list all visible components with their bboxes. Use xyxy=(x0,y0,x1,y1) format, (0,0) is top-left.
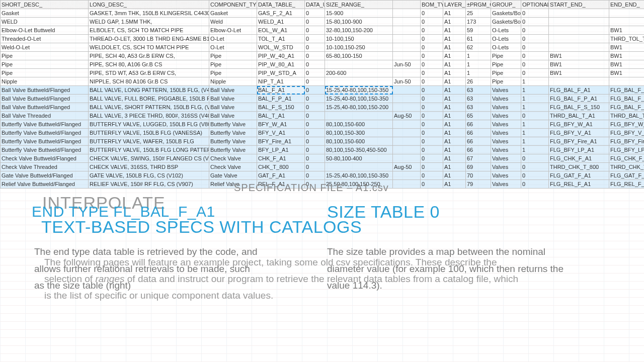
table-cell[interactable]: A1 xyxy=(443,9,466,18)
table-cell[interactable]: A1 xyxy=(443,112,466,120)
table-cell[interactable] xyxy=(393,180,421,189)
table-cell[interactable]: 80,100,150-350,450-500 xyxy=(325,146,393,154)
table-cell[interactable]: 1 xyxy=(521,137,549,146)
table-cell[interactable]: FLG_GAT_F_A1 xyxy=(549,171,609,180)
table-cell[interactable]: Ball Valve Buttweld/Flanged xyxy=(1,86,89,95)
table-cell[interactable]: O-Lets xyxy=(491,43,521,52)
table-cell[interactable]: FLG_BFY_W_A1 xyxy=(549,120,609,129)
table-cell[interactable]: 63 xyxy=(466,103,491,112)
column-header[interactable]: END_END_ xyxy=(609,1,645,9)
table-cell[interactable]: 0 xyxy=(305,77,325,86)
table-cell[interactable]: BAL_F_A1 xyxy=(257,86,305,95)
table-cell[interactable]: 80,100,150-300 xyxy=(325,129,393,137)
table-cell[interactable]: 0 xyxy=(521,69,549,77)
table-cell[interactable]: Pipe xyxy=(491,69,521,77)
table-cell[interactable]: A1 xyxy=(443,137,466,146)
table-cell[interactable]: 0 xyxy=(421,9,443,18)
table-cell[interactable]: Pipe xyxy=(209,52,257,60)
table-cell[interactable]: 0 xyxy=(305,9,325,18)
table-cell[interactable] xyxy=(393,171,421,180)
table-cell[interactable]: Elbow-O-Let Buttweld xyxy=(1,26,89,35)
table-cell[interactable]: A1 xyxy=(443,43,466,52)
table-cell[interactable]: 1 xyxy=(521,120,549,129)
table-cell[interactable]: FLG_BAL_F_S_150 xyxy=(549,103,609,112)
table-cell[interactable]: 63 xyxy=(466,95,491,103)
table-cell[interactable]: Gasket xyxy=(1,9,89,18)
table-cell[interactable]: 1 xyxy=(466,60,491,69)
table-cell[interactable]: 0 xyxy=(305,146,325,154)
table-cell[interactable]: 0 xyxy=(421,112,443,120)
table-cell[interactable]: GAS_F_2_A1 xyxy=(257,9,305,18)
table-cell[interactable]: FLG_CHK_F_A1 xyxy=(549,154,609,163)
table-cell[interactable]: 10-100,150 xyxy=(325,35,393,43)
table-cell[interactable] xyxy=(393,18,421,26)
table-cell[interactable]: A1 xyxy=(443,95,466,103)
table-row[interactable]: Check Valve ThreadedCHECK VALVE, 316SS, … xyxy=(1,163,645,171)
table-cell[interactable]: 0 xyxy=(521,35,549,43)
table-cell[interactable]: FLG_BFY_V_A1 xyxy=(609,129,645,137)
table-cell[interactable]: 26 xyxy=(466,77,491,86)
table-cell[interactable]: 0 xyxy=(305,112,325,120)
table-cell[interactable]: Gate Valve Buttweld/Flanged xyxy=(1,171,89,180)
table-cell[interactable] xyxy=(609,9,645,18)
table-cell[interactable]: 0 xyxy=(421,26,443,35)
table-cell[interactable] xyxy=(609,77,645,86)
table-cell[interactable]: Gaskets/Bo xyxy=(491,9,521,18)
table-cell[interactable]: 0 xyxy=(421,129,443,137)
table-cell[interactable]: 0 xyxy=(305,137,325,146)
table-cell[interactable]: Ball Valve xyxy=(209,95,257,103)
table-cell[interactable]: A1 xyxy=(443,60,466,69)
table-cell[interactable]: Valves xyxy=(491,129,521,137)
table-cell[interactable]: 0 xyxy=(305,43,325,52)
table-cell[interactable]: A1 xyxy=(443,171,466,180)
table-row[interactable]: Gate Valve Buttweld/FlangedGATE VALVE, 1… xyxy=(1,171,645,180)
table-row[interactable]: Ball Valve Buttweld/FlangedBALL VALVE, F… xyxy=(1,95,645,103)
table-cell[interactable]: FLG_CHK_F_A1 xyxy=(609,154,645,163)
table-cell[interactable]: FLG_BAL_F_P_A1 xyxy=(549,95,609,103)
table-cell[interactable]: ELBOLET, CS, SCH TO MATCH PIPE xyxy=(89,26,209,35)
table-cell[interactable]: O-Lets xyxy=(491,35,521,43)
table-cell[interactable]: Butterfly Valve Buttweld/Flanged xyxy=(1,137,89,146)
table-row[interactable]: NippleNIPPLE, SCH 80 A106 Gr.B CSNippleN… xyxy=(1,77,645,86)
table-cell[interactable]: CHK_T_800 xyxy=(257,163,305,171)
table-cell[interactable]: 0 xyxy=(305,129,325,137)
table-cell[interactable]: PIPE, SCH 80, A106 Gr.B CS xyxy=(89,60,209,69)
table-cell[interactable]: 0 xyxy=(421,52,443,60)
table-cell[interactable]: THRD_BAL_T_A1 xyxy=(549,112,609,120)
table-cell[interactable]: FLG_GAT_F_A1 xyxy=(609,171,645,180)
table-cell[interactable] xyxy=(325,112,393,120)
table-cell[interactable]: BW1 xyxy=(549,60,609,69)
table-cell[interactable]: 0 xyxy=(305,69,325,77)
table-cell[interactable]: 0 xyxy=(521,112,549,120)
table-cell[interactable] xyxy=(393,26,421,35)
table-cell[interactable]: 0 xyxy=(521,171,549,180)
table-cell[interactable]: BUTTERFLY VALVE, LUGGED, 150LB FLG (V801… xyxy=(89,120,209,129)
table-cell[interactable]: Jun-50 xyxy=(393,77,421,86)
table-cell[interactable] xyxy=(393,35,421,43)
table-cell[interactable]: Butterfly Valve Buttweld/Flanged xyxy=(1,146,89,154)
table-cell[interactable]: Check Valve Buttweld/Flanged xyxy=(1,154,89,163)
table-cell[interactable]: FLG_BFY_W_A1 xyxy=(609,120,645,129)
table-cell[interactable]: BFY_LP_A1 xyxy=(257,146,305,154)
table-cell[interactable] xyxy=(393,137,421,146)
table-cell[interactable]: 0 xyxy=(305,103,325,112)
table-cell[interactable]: Ball Valve Threaded xyxy=(1,112,89,120)
table-row[interactable]: Weld-O-LetWELDOLET, CS, SCH TO MATCH PIP… xyxy=(1,43,645,52)
table-cell[interactable]: 62 xyxy=(466,43,491,52)
table-cell[interactable]: 1 xyxy=(521,146,549,154)
table-cell[interactable]: GAT_F_A1 xyxy=(257,171,305,180)
table-cell[interactable]: 0 xyxy=(521,154,549,163)
table-cell[interactable]: 0 xyxy=(521,163,549,171)
table-cell[interactable]: Ball Valve xyxy=(209,103,257,112)
table-cell[interactable]: A1 xyxy=(443,86,466,95)
table-cell[interactable]: Pipe xyxy=(209,69,257,77)
table-cell[interactable]: BFY_Fire_A1 xyxy=(257,137,305,146)
table-cell[interactable]: 63 xyxy=(466,86,491,95)
table-cell[interactable]: O-Lets xyxy=(491,26,521,35)
table-cell[interactable]: Butterfly Valve Buttweld/Flanged xyxy=(1,120,89,129)
table-cell[interactable]: 25 xyxy=(466,9,491,18)
table-cell[interactable]: FLG_BFY_LP_A1 xyxy=(549,146,609,154)
table-cell[interactable]: Valves xyxy=(491,103,521,112)
table-cell[interactable]: Pipe xyxy=(209,60,257,69)
table-cell[interactable]: 15-25,40-80,100,150-350 xyxy=(325,86,393,95)
